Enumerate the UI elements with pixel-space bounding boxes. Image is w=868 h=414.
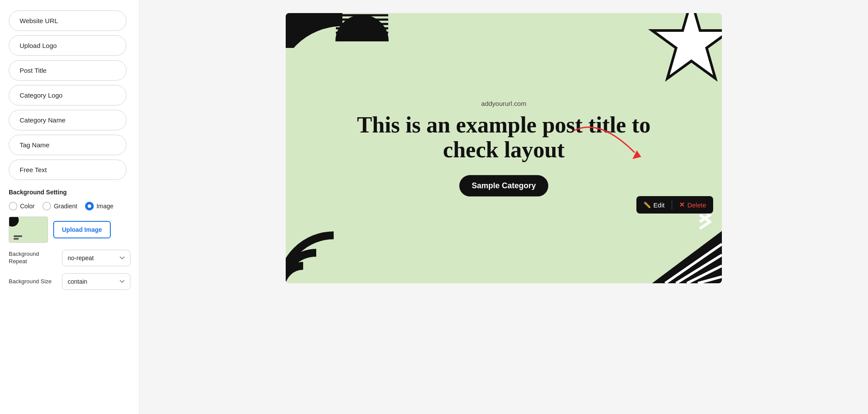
radio-gradient-circle — [42, 202, 51, 210]
upload-logo-button[interactable]: Upload Logo — [9, 35, 126, 56]
radio-gradient-label: Gradient — [54, 203, 77, 210]
post-title-button[interactable]: Post Title — [9, 60, 126, 81]
preview-card: addyoururl.com This is an example post t… — [286, 13, 722, 283]
radio-image[interactable]: Image — [85, 202, 113, 210]
radio-gradient[interactable]: Gradient — [42, 202, 77, 210]
bg-size-select[interactable]: contain cover auto — [62, 273, 130, 290]
edit-label: Edit — [653, 201, 665, 209]
deco-bottom-left-arc — [286, 218, 351, 283]
svg-marker-9 — [652, 13, 722, 78]
category-button[interactable]: Sample Category — [459, 175, 548, 197]
delete-x-icon: ✕ — [679, 201, 685, 209]
tag-name-button[interactable]: Tag Name — [9, 135, 126, 155]
radio-color-label: Color — [20, 203, 34, 210]
website-url-button[interactable]: Website URL — [9, 10, 126, 31]
main-content: addyoururl.com This is an example post t… — [140, 0, 868, 414]
sidebar: Website URL Upload Logo Post Title Categ… — [0, 0, 140, 414]
card-center: addyoururl.com This is an example post t… — [351, 100, 656, 197]
radio-color[interactable]: Color — [9, 202, 34, 210]
delete-label: Delete — [687, 201, 706, 209]
edit-icon: ✏️ — [643, 201, 651, 208]
thumb-dash1 — [14, 235, 22, 237]
image-preview-row: Upload Image — [9, 217, 130, 243]
thumb-shape — [9, 217, 19, 227]
radio-image-circle — [85, 202, 94, 210]
bg-repeat-label: Background Repeat — [9, 251, 57, 265]
card-title: This is an example post title to check l… — [351, 112, 656, 162]
toolbar-divider — [672, 200, 672, 209]
upload-image-button[interactable]: Upload Image — [53, 221, 111, 238]
background-type-radio-group: Color Gradient Image — [9, 202, 130, 210]
radio-color-circle — [9, 202, 17, 210]
bg-size-label: Background Size — [9, 278, 57, 285]
edit-button[interactable]: ✏️ Edit — [643, 201, 671, 209]
thumb-dash2 — [14, 238, 19, 240]
radio-image-label: Image — [96, 203, 113, 210]
bg-repeat-select[interactable]: no-repeat repeat repeat-x repeat-y — [62, 250, 130, 266]
bg-size-row: Background Size contain cover auto — [9, 273, 130, 290]
delete-button[interactable]: ✕ Delete — [673, 201, 706, 209]
image-thumbnail — [9, 217, 48, 243]
edit-delete-toolbar: ✏️ Edit ✕ Delete — [636, 196, 713, 214]
bg-repeat-row: Background Repeat no-repeat repeat repea… — [9, 250, 130, 266]
deco-top-right-star — [648, 13, 722, 87]
deco-bottom-right-stripes — [608, 231, 722, 283]
category-logo-button[interactable]: Category Logo — [9, 85, 126, 105]
category-name-button[interactable]: Category Name — [9, 110, 126, 130]
card-url: addyoururl.com — [351, 100, 656, 107]
background-setting-label: Background Setting — [9, 189, 130, 196]
deco-top-left-lines — [334, 13, 390, 70]
free-text-button[interactable]: Free Text — [9, 159, 126, 180]
